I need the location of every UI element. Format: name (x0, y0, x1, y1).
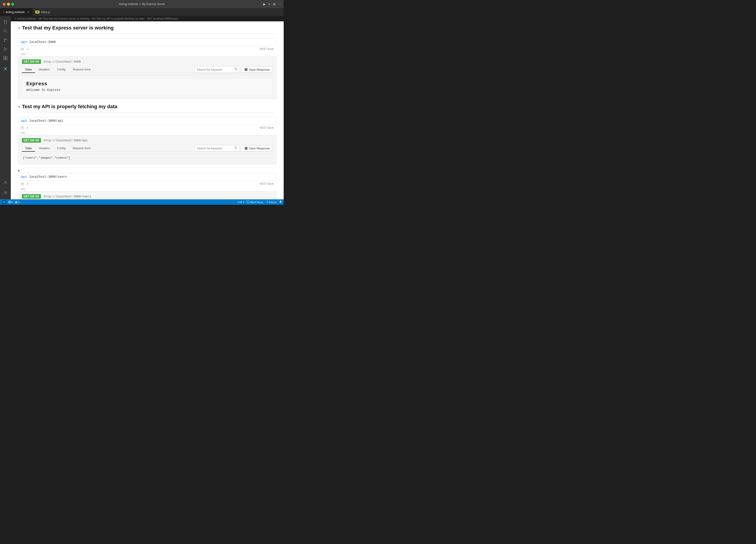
response-tab-config-1[interactable]: Config (54, 66, 69, 73)
save-response-btn-1[interactable]: Save Response (242, 67, 273, 73)
search-input-1[interactable] (197, 68, 233, 71)
title-bar: testing.restbook — My Express Server ▶ ≡… (0, 0, 284, 8)
status-cell[interactable]: Cell 4 (238, 201, 244, 204)
search-input-2[interactable] (197, 147, 233, 150)
activity-bar-bottom (1, 179, 9, 199)
error-count: 0 (12, 201, 13, 204)
breadcrumb-item-4[interactable]: GET localhost:3000/users (147, 17, 178, 20)
tab-restbook[interactable]: ≡ testing.restbook ✕ (0, 8, 33, 16)
response-tab-request-2[interactable]: Request Sent (69, 145, 94, 152)
status-restbook-icon[interactable]: ✕ (2, 200, 7, 204)
activity-extensions[interactable] (1, 54, 9, 62)
response-tab-headers-1[interactable]: Headers (35, 66, 53, 73)
breadcrumb-item-1[interactable]: ≡ testing.restbook (14, 17, 36, 20)
svg-marker-12 (4, 47, 7, 51)
status-restbook-label[interactable]: REST Book (247, 201, 263, 204)
tabs-search-row-2: Data Headers Config Request Sent (22, 145, 273, 152)
svg-point-21 (235, 68, 237, 70)
cell-label: Cell 4 (238, 201, 244, 204)
code-icon-row-3: </> (18, 187, 276, 191)
status-ok-3: GET 200 OK (22, 194, 41, 199)
status-left: ✕ 0 0 (2, 200, 20, 204)
svg-line-22 (236, 70, 237, 70)
section2-chevron[interactable]: ∨ (18, 105, 20, 109)
request-line-3: GET localhost:3000/users (18, 173, 276, 181)
response-tab-config-2[interactable]: Config (54, 145, 69, 152)
svg-rect-3 (7, 21, 7, 24)
status-warnings[interactable]: 0 (15, 201, 20, 204)
response-tab-data-1[interactable]: Data (22, 66, 35, 73)
search-btn-1[interactable] (234, 67, 238, 72)
svg-point-26 (235, 147, 237, 149)
svg-rect-25 (245, 70, 247, 70)
line-row-1: [2] ✓ REST Book (18, 46, 276, 52)
tab-restbook-close[interactable]: ✕ (27, 10, 30, 14)
save-btn-label-2: Save Response (249, 147, 270, 150)
section1-chevron[interactable]: ∨ (18, 26, 20, 30)
request-url-2: localhost:3000/api (29, 119, 63, 123)
status-eslint[interactable]: ESLint (266, 201, 276, 204)
run-icon[interactable]: ▶ (263, 2, 266, 6)
minimize-button[interactable] (7, 3, 10, 6)
activity-git[interactable] (1, 36, 9, 44)
tabs-bar: ≡ testing.restbook ✕ JS index.js (0, 8, 284, 16)
traffic-lights (0, 3, 14, 6)
status-right: Cell 4 REST Book ESLint (238, 201, 282, 204)
status-errors[interactable]: 0 (8, 201, 13, 204)
response-url-2: http://localhost:3000/api (44, 139, 88, 142)
svg-rect-24 (245, 68, 247, 69)
search-wrapper-2 (195, 145, 240, 152)
response-tab-data-2[interactable]: Data (22, 145, 35, 152)
line-number-2: [7] (21, 126, 26, 129)
list-icon[interactable]: ≡ (268, 2, 270, 6)
activity-debug[interactable] (1, 45, 9, 53)
status-bell[interactable] (279, 201, 282, 204)
activity-restbook[interactable] (1, 65, 9, 73)
close-button[interactable] (3, 3, 6, 6)
svg-rect-16 (6, 58, 7, 60)
maximize-button[interactable] (11, 3, 14, 6)
response-status-row-3: GET 200 OK http://localhost:3000/users (22, 194, 273, 199)
svg-point-20 (5, 192, 6, 193)
svg-rect-1 (4, 20, 5, 24)
express-title: Express (26, 81, 268, 87)
response-status-row-1: GET 200 OK http://localhost:3000 (22, 59, 273, 64)
svg-rect-13 (4, 56, 5, 58)
response-block-2: GET 200 OK http://localhost:3000/api Dat… (18, 135, 276, 164)
play-btn-3[interactable]: ▶ (18, 169, 20, 172)
activity-search[interactable] (1, 27, 9, 35)
breadcrumb-item-2[interactable]: M# Test that my Express server is workin… (38, 17, 89, 20)
activity-account[interactable] (1, 179, 9, 187)
status-ok-2: GET 200 OK (22, 138, 41, 143)
response-tab-request-1[interactable]: Request Sent (69, 66, 94, 73)
activity-files[interactable] (1, 18, 9, 26)
save-response-btn-2[interactable]: Save Response (242, 145, 273, 152)
method-badge-1: GET (21, 41, 27, 44)
request-url-3: localhost:3000/users (29, 175, 67, 179)
section2-divider (18, 112, 276, 113)
tab-index[interactable]: JS index.js (33, 8, 53, 16)
restbook-status-label: REST Book (250, 201, 263, 204)
tabs-search-row-1: Data Headers Config Request Sent (22, 66, 273, 73)
activity-settings[interactable] (1, 189, 9, 197)
response-block-3: GET 200 OK http://localhost:3000/users ⊟… (18, 191, 276, 199)
response-tabs-2: Data Headers Config Request Sent (22, 145, 94, 152)
status-bar: ✕ 0 0 Cell 4 REST Book ESLint (0, 199, 284, 205)
rest-book-label-1: REST Book (260, 47, 274, 51)
svg-rect-29 (245, 147, 247, 148)
js-tab-icon: JS (35, 11, 39, 14)
code-icon-row-2: </> (18, 131, 276, 135)
breadcrumb-item-3[interactable]: M# Test my API is properly fetching my d… (92, 17, 144, 20)
search-wrapper-1 (195, 66, 240, 73)
status-check-1: ✓ (26, 47, 29, 51)
svg-rect-14 (6, 56, 7, 58)
search-btn-2[interactable] (234, 146, 238, 151)
eslint-label: ESLint (269, 201, 276, 204)
svg-point-8 (4, 38, 5, 39)
svg-rect-5 (6, 21, 7, 22)
more-icon[interactable]: ··· (278, 2, 281, 6)
response-tab-headers-2[interactable]: Headers (35, 145, 53, 152)
layout-icon[interactable]: ⊞ (273, 2, 276, 6)
line-number-3: [4] (21, 182, 26, 185)
window-title: testing.restbook — My Express Server (119, 2, 165, 6)
